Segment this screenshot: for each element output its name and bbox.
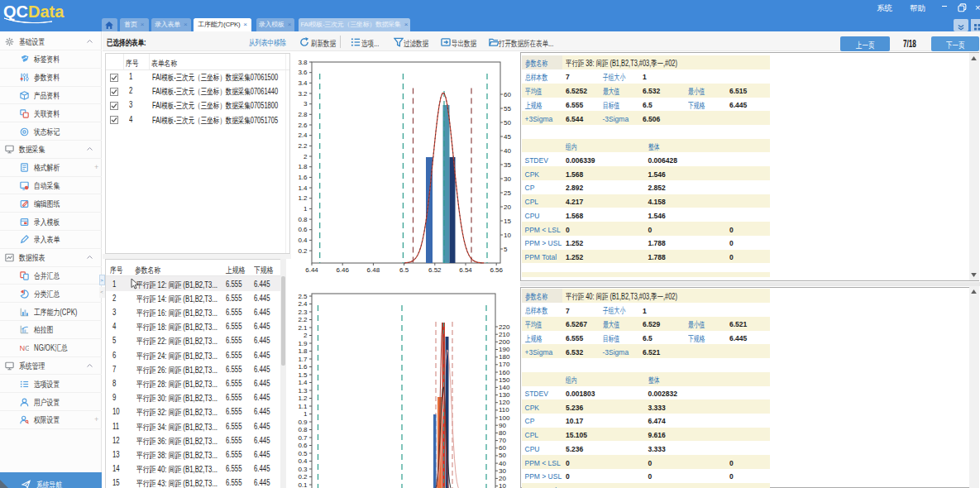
svg-text:30: 30 xyxy=(499,467,506,475)
svg-text:0.5: 0.5 xyxy=(298,450,308,457)
svg-text:1.6: 1.6 xyxy=(298,363,308,371)
svg-text:1.4: 1.4 xyxy=(298,184,308,192)
svg-text:0.9: 0.9 xyxy=(298,419,308,426)
svg-text:20: 20 xyxy=(504,203,511,211)
svg-text:160: 160 xyxy=(499,369,510,376)
svg-text:190: 190 xyxy=(499,346,510,353)
svg-text:60: 60 xyxy=(504,91,511,98)
svg-text:130: 130 xyxy=(499,391,510,399)
svg-text:1.8: 1.8 xyxy=(298,347,308,355)
svg-text:2: 2 xyxy=(304,153,308,160)
svg-text:0.1: 0.1 xyxy=(298,481,308,488)
svg-text:60: 60 xyxy=(499,444,506,452)
svg-text:1.1: 1.1 xyxy=(298,403,308,410)
svg-text:0.6: 0.6 xyxy=(298,226,308,233)
svg-text:2.6: 2.6 xyxy=(298,122,308,129)
svg-text:0.4: 0.4 xyxy=(298,457,308,465)
svg-text:10: 10 xyxy=(504,232,511,239)
svg-text:100: 100 xyxy=(499,414,510,422)
svg-text:1.4: 1.4 xyxy=(298,379,308,386)
svg-text:0.8: 0.8 xyxy=(298,426,308,433)
svg-text:2.3: 2.3 xyxy=(298,309,308,316)
svg-text:6.52: 6.52 xyxy=(428,266,442,274)
svg-text:170: 170 xyxy=(499,361,510,368)
svg-text:1: 1 xyxy=(304,205,308,213)
svg-text:1.3: 1.3 xyxy=(298,387,308,395)
svg-text:2: 2 xyxy=(304,332,308,339)
svg-text:0.3: 0.3 xyxy=(298,466,308,473)
svg-text:40: 40 xyxy=(504,147,511,155)
svg-text:200: 200 xyxy=(499,338,510,346)
svg-text:140: 140 xyxy=(499,384,510,391)
svg-text:2.1: 2.1 xyxy=(298,324,308,332)
svg-text:70: 70 xyxy=(499,437,506,444)
svg-text:2.2: 2.2 xyxy=(298,316,308,323)
svg-text:20: 20 xyxy=(499,475,506,482)
svg-text:1.9: 1.9 xyxy=(298,340,308,347)
svg-text:220: 220 xyxy=(499,323,510,331)
svg-text:120: 120 xyxy=(499,399,510,406)
svg-text:110: 110 xyxy=(499,406,509,414)
svg-text:3.8: 3.8 xyxy=(298,59,308,66)
svg-text:0.6: 0.6 xyxy=(298,442,308,449)
svg-text:1: 1 xyxy=(304,410,308,418)
svg-text:1.2: 1.2 xyxy=(298,395,308,402)
svg-text:0.7: 0.7 xyxy=(298,434,308,442)
svg-text:3: 3 xyxy=(304,100,308,108)
svg-text:1.5: 1.5 xyxy=(298,371,308,379)
svg-text:6.44: 6.44 xyxy=(305,266,318,274)
svg-text:35: 35 xyxy=(504,161,511,169)
svg-text:2.8: 2.8 xyxy=(298,111,308,118)
svg-text:0.2: 0.2 xyxy=(298,247,308,255)
svg-text:6.56: 6.56 xyxy=(490,266,503,274)
svg-text:180: 180 xyxy=(499,353,510,361)
svg-text:55: 55 xyxy=(504,105,511,112)
svg-text:2.5: 2.5 xyxy=(298,293,308,300)
svg-text:0.2: 0.2 xyxy=(298,473,308,481)
svg-text:3.2: 3.2 xyxy=(298,90,308,98)
svg-text:G: G xyxy=(24,344,28,352)
svg-text:30: 30 xyxy=(504,175,511,183)
svg-text:210: 210 xyxy=(499,331,510,338)
svg-text:0.4: 0.4 xyxy=(298,237,308,244)
svg-text:3.4: 3.4 xyxy=(298,79,308,87)
svg-text:1.2: 1.2 xyxy=(298,194,308,202)
svg-text:6.54: 6.54 xyxy=(459,266,472,274)
svg-text:50: 50 xyxy=(504,119,511,127)
svg-text:6.5: 6.5 xyxy=(399,266,409,274)
svg-text:15: 15 xyxy=(504,218,511,225)
svg-text:90: 90 xyxy=(499,422,506,429)
svg-text:3.6: 3.6 xyxy=(298,69,308,76)
svg-text:10: 10 xyxy=(499,482,506,488)
svg-text:2.4: 2.4 xyxy=(298,132,308,139)
svg-text:1.6: 1.6 xyxy=(298,174,308,181)
svg-text:40: 40 xyxy=(499,460,506,467)
svg-text:6.46: 6.46 xyxy=(336,266,349,274)
svg-text:0.8: 0.8 xyxy=(298,216,308,223)
svg-text:150: 150 xyxy=(499,376,510,384)
svg-text:6.48: 6.48 xyxy=(367,266,380,274)
svg-text:80: 80 xyxy=(499,429,506,437)
svg-text:2.4: 2.4 xyxy=(298,300,308,308)
svg-text:50: 50 xyxy=(499,452,506,459)
svg-text:45: 45 xyxy=(504,133,511,141)
svg-text:1.7: 1.7 xyxy=(298,356,308,363)
svg-text:25: 25 xyxy=(504,189,511,197)
svg-text:1.8: 1.8 xyxy=(298,163,308,170)
svg-text:2.2: 2.2 xyxy=(298,142,308,150)
svg-text:5: 5 xyxy=(504,246,508,253)
